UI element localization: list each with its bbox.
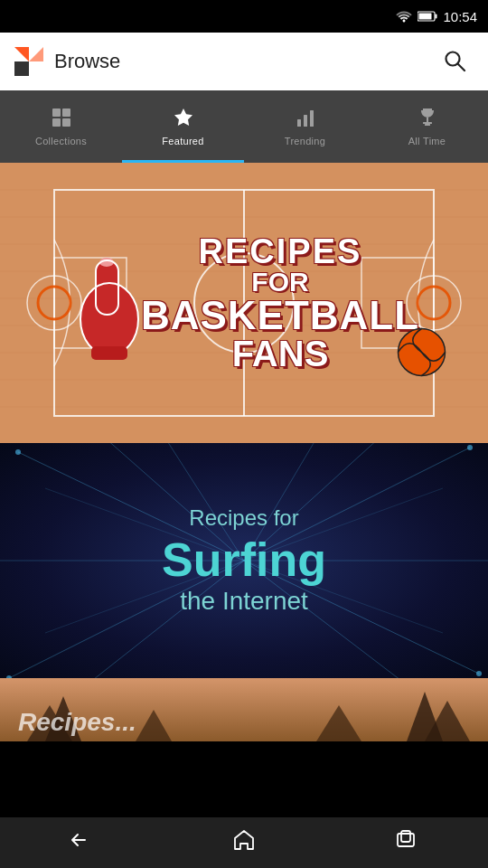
tab-alltime-label: All Time (408, 136, 446, 146)
recents-button[interactable] (372, 822, 441, 863)
tab-trending[interactable]: Trending (244, 90, 366, 163)
svg-marker-4 (29, 47, 43, 61)
app-bar-left: Browse (14, 47, 120, 76)
svg-rect-8 (52, 108, 61, 117)
partial-text: Recipes... (18, 708, 136, 737)
svg-rect-17 (423, 122, 432, 124)
battery-icon (418, 11, 437, 22)
svg-rect-2 (419, 14, 432, 20)
app-title: Browse (54, 50, 120, 73)
svg-rect-5 (14, 61, 29, 76)
svg-rect-18 (425, 124, 430, 126)
bottom-nav (0, 817, 488, 868)
basketball-ball-icon (397, 327, 446, 377)
card-basketball[interactable]: RECIPES FOR BASKETBALL FANS (0, 163, 488, 443)
status-bar: 10:54 (0, 0, 488, 33)
search-icon (443, 49, 466, 72)
surfing-recipes-label: Recipes for (189, 505, 298, 531)
svg-rect-14 (304, 115, 307, 127)
svg-rect-13 (297, 119, 301, 127)
trending-icon (295, 107, 316, 132)
app-logo (14, 47, 43, 76)
svg-rect-16 (427, 118, 428, 122)
tab-alltime[interactable]: All Time (366, 90, 488, 163)
svg-rect-39 (96, 260, 118, 315)
fans-label: FANS (141, 335, 419, 372)
svg-rect-10 (52, 118, 61, 127)
tab-featured-label: Featured (162, 136, 203, 146)
featured-icon (173, 107, 194, 132)
app-bar: Browse (0, 33, 488, 90)
collections-icon (51, 107, 72, 132)
wifi-icon (396, 10, 412, 23)
basketball-card-content: RECIPES FOR BASKETBALL FANS (0, 163, 488, 443)
tab-collections-label: Collections (35, 136, 87, 146)
svg-rect-15 (310, 110, 314, 127)
surfing-the-label: the Internet (180, 587, 308, 616)
back-button[interactable] (47, 822, 116, 863)
home-button[interactable] (210, 822, 278, 863)
card-surfing[interactable]: Recipes for Surfing the Internet (0, 443, 488, 678)
foam-finger-icon (69, 242, 150, 360)
alltime-icon (417, 107, 438, 132)
tab-trending-label: Trending (285, 136, 325, 146)
for-label: FOR (141, 269, 419, 296)
recipes-label: RECIPES (141, 234, 419, 269)
search-button[interactable] (436, 42, 474, 82)
svg-rect-1 (436, 14, 437, 19)
recents-icon (394, 829, 419, 851)
status-icons: 10:54 (396, 9, 477, 24)
svg-rect-11 (62, 118, 70, 127)
tab-bar: Collections Featured Trending (0, 90, 488, 163)
svg-rect-77 (398, 834, 414, 846)
content-area: RECIPES FOR BASKETBALL FANS (0, 163, 488, 817)
status-time: 10:54 (443, 9, 477, 24)
surfing-card-content: Recipes for Surfing the Internet (0, 443, 488, 678)
svg-marker-12 (174, 108, 192, 126)
basketball-label: BASKETBALL (141, 296, 419, 335)
surfing-title-label: Surfing (162, 534, 326, 586)
svg-marker-3 (14, 47, 29, 61)
tab-featured[interactable]: Featured (122, 90, 244, 163)
home-icon (231, 829, 257, 851)
basketball-title: RECIPES FOR BASKETBALL FANS (141, 234, 419, 372)
tab-collections[interactable]: Collections (0, 90, 122, 163)
back-icon (69, 829, 94, 851)
svg-rect-43 (91, 346, 127, 360)
svg-rect-9 (62, 108, 70, 117)
svg-rect-78 (401, 831, 410, 842)
card-partial[interactable]: Recipes... (0, 678, 488, 741)
svg-line-7 (458, 63, 465, 71)
